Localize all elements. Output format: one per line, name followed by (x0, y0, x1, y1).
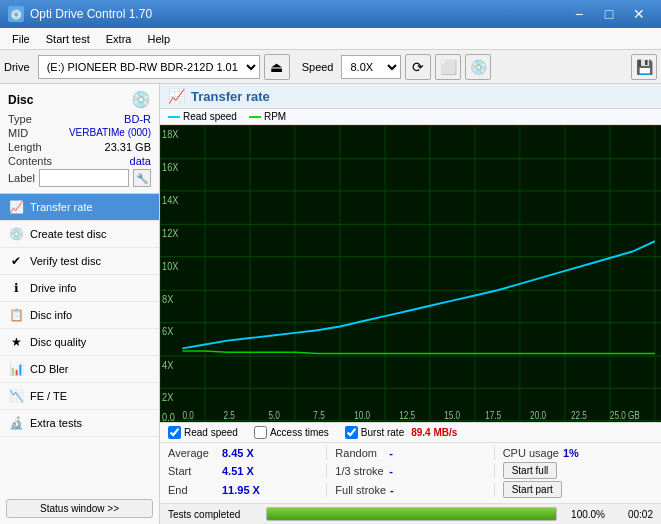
nav-cd-bler[interactable]: 📊 CD Bler (0, 356, 159, 383)
toolbar: Drive (E:) PIONEER BD-RW BDR-212D 1.01 ⏏… (0, 50, 661, 84)
stats-row-1: Average 8.45 X Random - CPU usage 1% (168, 446, 653, 460)
speed-select[interactable]: 8.0X 1.0X 2.0X 4.0X 6.0X 12.0X 16.0X (341, 55, 401, 79)
disc-label-input[interactable] (39, 169, 129, 187)
title-bar-left: 💿 Opti Drive Control 1.70 (8, 6, 152, 22)
erase-button[interactable]: ⬜ (435, 54, 461, 80)
start-full-cell: Start full (503, 462, 653, 479)
minimize-button[interactable]: − (565, 3, 593, 25)
svg-text:10X: 10X (162, 260, 178, 272)
save-button[interactable]: 💾 (631, 54, 657, 80)
full-stroke-cell: Full stroke - (335, 484, 485, 496)
disc-length-row: Length 23.31 GB (8, 141, 151, 153)
chart-legend: Read speed RPM (160, 109, 661, 125)
divider-6 (494, 483, 495, 497)
maximize-button[interactable]: □ (595, 3, 623, 25)
access-times-checkbox-label: Access times (270, 427, 329, 438)
verify-test-disc-icon: ✔ (8, 253, 24, 269)
content-area: 📈 Transfer rate Read speed RPM (160, 84, 661, 524)
drive-select[interactable]: (E:) PIONEER BD-RW BDR-212D 1.01 (38, 55, 260, 79)
burst-rate-checkbox-item[interactable]: Burst rate 89.4 MB/s (345, 426, 458, 439)
legend-rpm-color (249, 116, 261, 118)
menu-extra[interactable]: Extra (98, 31, 140, 47)
divider-1 (326, 446, 327, 460)
progress-bar-fill (267, 508, 556, 520)
cpu-cell: CPU usage 1% (503, 447, 653, 459)
label-label: Label (8, 172, 35, 184)
status-window-button[interactable]: Status window >> (6, 499, 153, 518)
nav-verify-test-disc[interactable]: ✔ Verify test disc (0, 248, 159, 275)
speed-label: Speed (302, 61, 334, 73)
read-speed-checkbox-item[interactable]: Read speed (168, 426, 238, 439)
legend-rpm: RPM (249, 111, 286, 122)
checkboxes-row: Read speed Access times Burst rate 89.4 … (160, 422, 661, 442)
disc-section: Disc 💿 Type BD-R MID VERBATIMe (000) Len… (0, 84, 159, 194)
sidebar: Disc 💿 Type BD-R MID VERBATIMe (000) Len… (0, 84, 160, 524)
disc-title: Disc (8, 93, 33, 107)
title-bar: 💿 Opti Drive Control 1.70 − □ ✕ (0, 0, 661, 28)
refresh-button[interactable]: ⟳ (405, 54, 431, 80)
chart-container: 18X 16X 14X 12X 10X 8X 6X 4X 2X 0.0 0.0 … (160, 125, 661, 422)
svg-text:0.0: 0.0 (162, 411, 175, 422)
eject-button[interactable]: ⏏ (264, 54, 290, 80)
full-stroke-value: - (390, 484, 430, 496)
svg-text:12.5: 12.5 (399, 411, 415, 422)
stroke13-cell: 1/3 stroke - (335, 465, 485, 477)
random-value: - (389, 447, 429, 459)
svg-text:2.5: 2.5 (223, 411, 234, 422)
disc-contents-row: Contents data (8, 155, 151, 167)
average-value: 8.45 X (222, 447, 262, 459)
random-label: Random (335, 447, 385, 459)
nav-extra-tests[interactable]: 🔬 Extra tests (0, 410, 159, 437)
read-speed-checkbox[interactable] (168, 426, 181, 439)
transfer-rate-icon: 📈 (8, 199, 24, 215)
menu-help[interactable]: Help (139, 31, 178, 47)
burst-rate-checkbox-label: Burst rate (361, 427, 404, 438)
nav-extra-tests-label: Extra tests (30, 417, 82, 429)
elapsed-time: 00:02 (613, 509, 653, 520)
svg-text:20.0: 20.0 (530, 411, 546, 422)
svg-text:2X: 2X (162, 391, 173, 403)
disc-info-icon: 📋 (8, 307, 24, 323)
start-part-button[interactable]: Start part (503, 481, 562, 498)
nav-disc-info[interactable]: 📋 Disc info (0, 302, 159, 329)
disc-quality-icon: ★ (8, 334, 24, 350)
extra-tests-icon: 🔬 (8, 415, 24, 431)
nav-create-test-disc-label: Create test disc (30, 228, 106, 240)
random-cell: Random - (335, 447, 485, 459)
nav-verify-test-disc-label: Verify test disc (30, 255, 101, 267)
burst-rate-value: 89.4 MB/s (411, 427, 457, 438)
nav-create-test-disc[interactable]: 💿 Create test disc (0, 221, 159, 248)
nav-fe-te-label: FE / TE (30, 390, 67, 402)
chart-title: Transfer rate (191, 89, 270, 104)
burst-rate-checkbox[interactable] (345, 426, 358, 439)
fe-te-icon: 📉 (8, 388, 24, 404)
svg-text:15.0: 15.0 (444, 411, 460, 422)
nav-transfer-rate[interactable]: 📈 Transfer rate (0, 194, 159, 221)
drive-info-icon: ℹ (8, 280, 24, 296)
start-value: 4.51 X (222, 465, 262, 477)
app-title: Opti Drive Control 1.70 (30, 7, 152, 21)
svg-text:22.5: 22.5 (571, 411, 587, 422)
menu-file[interactable]: File (4, 31, 38, 47)
start-full-button[interactable]: Start full (503, 462, 558, 479)
legend-rpm-label: RPM (264, 111, 286, 122)
create-test-disc-icon: 💿 (8, 226, 24, 242)
nav-disc-info-label: Disc info (30, 309, 72, 321)
nav-fe-te[interactable]: 📉 FE / TE (0, 383, 159, 410)
svg-text:12X: 12X (162, 227, 178, 239)
menu-start-test[interactable]: Start test (38, 31, 98, 47)
progress-bar-container (266, 507, 557, 521)
access-times-checkbox[interactable] (254, 426, 267, 439)
app-icon: 💿 (8, 6, 24, 22)
close-button[interactable]: ✕ (625, 3, 653, 25)
nav-disc-quality[interactable]: ★ Disc quality (0, 329, 159, 356)
disc-btn2[interactable]: 💿 (465, 54, 491, 80)
svg-text:4X: 4X (162, 359, 173, 371)
label-edit-button[interactable]: 🔧 (133, 169, 151, 187)
contents-value: data (130, 155, 151, 167)
disc-icon: 💿 (131, 90, 151, 109)
start-label: Start (168, 465, 218, 477)
nav-drive-info[interactable]: ℹ Drive info (0, 275, 159, 302)
access-times-checkbox-item[interactable]: Access times (254, 426, 329, 439)
svg-text:10.0: 10.0 (354, 411, 370, 422)
